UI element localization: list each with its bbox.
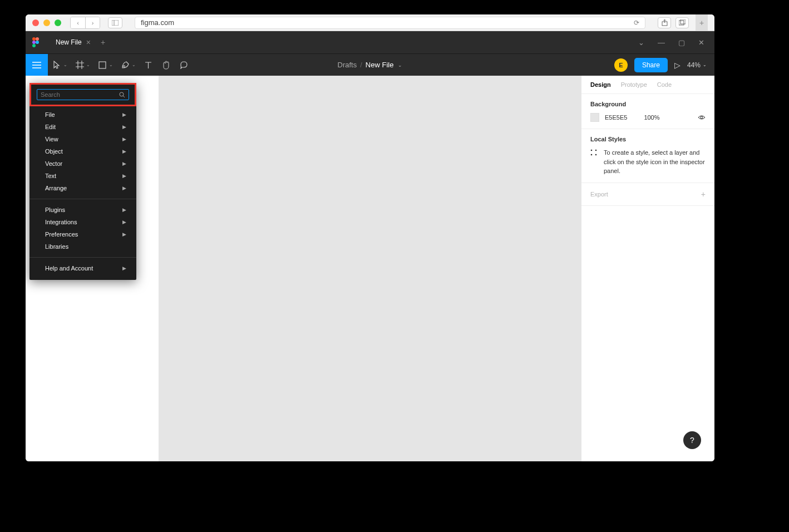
svg-rect-18	[99, 62, 106, 68]
new-tab-button[interactable]: +	[696, 14, 708, 31]
svg-point-27	[120, 92, 124, 96]
background-section: Background E5E5E5 100%	[581, 94, 714, 129]
menu-item-label: Plugins	[45, 206, 65, 213]
minimize-icon[interactable]: —	[658, 38, 665, 47]
right-panel: Design Prototype Code Background E5E5E5 …	[581, 76, 714, 461]
help-button[interactable]: ?	[683, 431, 701, 449]
browser-window: ‹ › figma.com ⟳ + New File	[26, 14, 714, 461]
menu-item-text[interactable]: Text▶	[29, 170, 136, 182]
submenu-arrow-icon: ▶	[122, 207, 126, 213]
svg-point-9	[36, 41, 39, 44]
bg-opacity-value[interactable]: 100%	[644, 114, 659, 121]
menu-group-c: Help and Account▶	[29, 260, 136, 277]
tab-code[interactable]: Code	[657, 81, 672, 88]
breadcrumb-current[interactable]: New File	[366, 61, 394, 69]
close-window-icon[interactable]	[32, 19, 39, 26]
forward-button[interactable]: ›	[85, 17, 100, 28]
menu-separator	[29, 257, 136, 258]
move-tool-icon[interactable]	[48, 54, 66, 76]
share-button[interactable]: Share	[634, 58, 668, 72]
svg-rect-5	[680, 19, 686, 24]
svg-point-22	[701, 116, 703, 119]
tab-design[interactable]: Design	[590, 81, 611, 88]
menu-item-integrations[interactable]: Integrations▶	[29, 216, 136, 228]
maximize-window-icon[interactable]	[55, 19, 61, 26]
local-styles-section: Local Styles To create a style, select a…	[581, 129, 714, 183]
menu-item-object[interactable]: Object▶	[29, 145, 136, 157]
back-button[interactable]: ‹	[71, 17, 85, 28]
breadcrumb: Drafts / New File ⌄	[338, 61, 403, 69]
menu-group-a: File▶Edit▶View▶Object▶Vector▶Text▶Arrang…	[29, 106, 136, 196]
canvas[interactable]	[159, 76, 581, 461]
pen-tool-icon[interactable]	[116, 54, 134, 76]
search-icon	[119, 92, 125, 98]
comment-tool-icon[interactable]	[175, 54, 193, 76]
close-icon[interactable]: ✕	[698, 38, 704, 47]
menu-item-plugins[interactable]: Plugins▶	[29, 204, 136, 216]
svg-point-8	[32, 41, 36, 44]
svg-point-10	[32, 44, 36, 47]
zoom-level[interactable]: 44%⌄	[687, 61, 707, 69]
menu-item-label: Edit	[45, 124, 56, 130]
avatar[interactable]: E	[614, 58, 628, 72]
browser-chrome: ‹ › figma.com ⟳ +	[26, 14, 714, 31]
share-icon[interactable]	[658, 17, 671, 28]
styles-hint-text: To create a style, select a layer and cl…	[604, 148, 706, 176]
tab-new-file[interactable]: New File ×	[49, 31, 97, 53]
visibility-icon[interactable]	[698, 115, 706, 120]
menu-item-label: Text	[45, 173, 56, 179]
maximize-icon[interactable]: ▢	[678, 38, 685, 47]
address-bar[interactable]: figma.com ⟳	[135, 17, 645, 29]
menu-item-label: Vector	[45, 160, 62, 167]
tab-label: New File	[56, 38, 82, 46]
menu-item-preferences[interactable]: Preferences▶	[29, 228, 136, 240]
text-tool-icon[interactable]	[139, 54, 157, 76]
menu-item-label: Integrations	[45, 219, 77, 225]
tab-close-icon[interactable]: ×	[86, 38, 91, 46]
submenu-arrow-icon: ▶	[122, 124, 126, 130]
reload-icon[interactable]: ⟳	[634, 19, 639, 27]
menu-item-libraries[interactable]: Libraries	[29, 240, 136, 253]
menu-item-arrange[interactable]: Arrange▶	[29, 182, 136, 194]
submenu-arrow-icon: ▶	[122, 161, 126, 166]
submenu-arrow-icon: ▶	[122, 185, 126, 191]
hand-tool-icon[interactable]	[157, 54, 175, 76]
submenu-arrow-icon: ▶	[122, 149, 126, 154]
tab-prototype[interactable]: Prototype	[621, 81, 647, 88]
menu-item-help-and-account[interactable]: Help and Account▶	[29, 262, 136, 274]
tools: ⌄ ⌄ ⌄ ⌄	[48, 54, 193, 76]
menu-separator	[29, 199, 136, 199]
add-export-button[interactable]: +	[701, 190, 706, 199]
minimize-window-icon[interactable]	[43, 19, 50, 26]
svg-line-28	[123, 96, 125, 97]
search-highlight-box	[29, 83, 136, 106]
chevron-down-icon[interactable]: ⌄	[638, 38, 644, 47]
breadcrumb-parent[interactable]: Drafts	[338, 61, 357, 69]
bg-hex-value[interactable]: E5E5E5	[605, 114, 627, 121]
menu-item-label: Libraries	[45, 243, 68, 250]
color-swatch[interactable]	[590, 113, 599, 122]
nav-buttons: ‹ ›	[70, 17, 100, 29]
menu-item-label: Arrange	[45, 185, 67, 191]
tab-add-button[interactable]: +	[101, 38, 105, 47]
menu-item-view[interactable]: View▶	[29, 133, 136, 145]
menu-search-input[interactable]	[41, 91, 119, 98]
menu-search-box[interactable]	[37, 89, 129, 100]
present-icon[interactable]: ▷	[674, 61, 680, 70]
menu-item-vector[interactable]: Vector▶	[29, 157, 136, 170]
svg-rect-4	[679, 21, 684, 25]
window-controls: ⌄ — ▢ ✕	[638, 38, 710, 47]
panel-tabs: Design Prototype Code	[581, 76, 714, 94]
tabs-icon[interactable]	[675, 17, 689, 28]
frame-tool-icon[interactable]	[71, 54, 88, 76]
shape-tool-icon[interactable]	[93, 54, 111, 76]
menu-item-file[interactable]: File▶	[29, 109, 136, 121]
figma-logo-icon[interactable]	[30, 37, 41, 48]
sidebar-toggle-icon[interactable]	[108, 17, 122, 28]
background-label: Background	[590, 101, 706, 107]
local-styles-label: Local Styles	[590, 136, 706, 142]
main-menu-button[interactable]	[26, 54, 48, 76]
chevron-down-icon[interactable]: ⌄	[398, 62, 402, 68]
menu-item-edit[interactable]: Edit▶	[29, 121, 136, 133]
styles-hint: To create a style, select a layer and cl…	[590, 148, 706, 176]
